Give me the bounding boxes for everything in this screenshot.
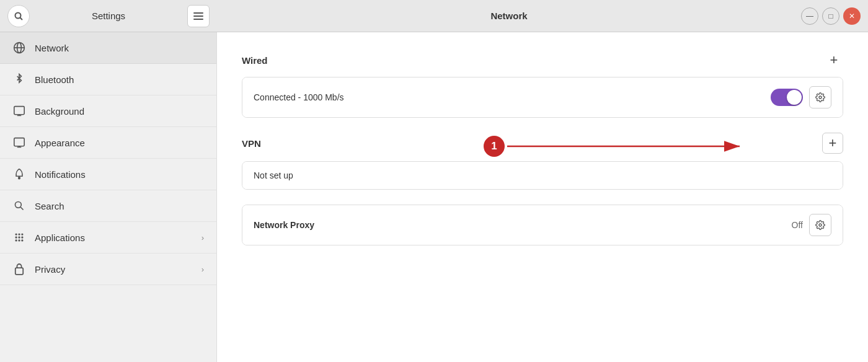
appearance-icon bbox=[12, 136, 26, 149]
proxy-section: Network Proxy Off bbox=[242, 205, 843, 245]
bluetooth-icon bbox=[12, 73, 26, 86]
vpn-title: VPN bbox=[242, 138, 261, 149]
svg-point-24 bbox=[15, 239, 17, 241]
proxy-card: Network Proxy Off bbox=[242, 205, 843, 245]
applications-chevron-icon: › bbox=[202, 233, 204, 242]
sidebar-item-applications[interactable]: Applications › bbox=[0, 222, 216, 254]
wired-title: Wired bbox=[242, 55, 268, 66]
applications-icon bbox=[12, 231, 26, 244]
svg-point-26 bbox=[21, 239, 23, 241]
svg-point-15 bbox=[19, 177, 20, 179]
svg-rect-3 bbox=[193, 15, 203, 17]
main-layout: Network Bluetooth Background bbox=[0, 32, 868, 362]
add-wired-button[interactable]: + bbox=[825, 51, 843, 69]
sidebar: Network Bluetooth Background bbox=[0, 32, 217, 362]
search-sidebar-icon bbox=[12, 199, 26, 213]
sidebar-item-notifications[interactable]: Notifications bbox=[0, 159, 216, 190]
svg-point-25 bbox=[18, 239, 20, 241]
wired-section: Wired + Connected - 1000 Mb/s bbox=[242, 51, 843, 118]
svg-point-22 bbox=[18, 236, 20, 238]
vpn-card: Not set up bbox=[242, 161, 843, 190]
svg-rect-8 bbox=[14, 107, 24, 115]
svg-rect-2 bbox=[193, 12, 203, 14]
proxy-card-row: Network Proxy Off bbox=[242, 205, 843, 245]
wired-toggle[interactable] bbox=[771, 89, 803, 106]
add-vpn-button[interactable]: + bbox=[822, 133, 843, 154]
svg-rect-27 bbox=[16, 268, 23, 275]
sidebar-item-appearance[interactable]: Appearance bbox=[0, 127, 216, 159]
maximize-button[interactable]: □ bbox=[822, 7, 839, 25]
svg-line-1 bbox=[20, 17, 23, 20]
proxy-status: Off bbox=[792, 220, 803, 230]
wired-card: Connected - 1000 Mb/s bbox=[242, 77, 843, 118]
vpn-section-header: VPN + bbox=[242, 133, 843, 154]
page-title: Network bbox=[217, 11, 801, 21]
sidebar-label-privacy: Privacy bbox=[35, 264, 193, 275]
svg-point-20 bbox=[21, 233, 23, 235]
wired-section-header: Wired + bbox=[242, 51, 843, 69]
network-icon bbox=[12, 41, 26, 55]
sidebar-label-bluetooth: Bluetooth bbox=[35, 74, 204, 85]
close-button[interactable]: ✕ bbox=[843, 7, 861, 25]
sidebar-item-network[interactable]: Network bbox=[0, 32, 216, 64]
sidebar-label-network: Network bbox=[35, 43, 204, 53]
sidebar-label-search: Search bbox=[35, 201, 204, 211]
toggle-knob bbox=[787, 90, 802, 105]
app-title: Settings bbox=[36, 11, 181, 21]
menu-button[interactable] bbox=[187, 5, 210, 27]
sidebar-item-bluetooth[interactable]: Bluetooth bbox=[0, 64, 216, 95]
sidebar-item-background[interactable]: Background bbox=[0, 95, 216, 127]
wired-card-row: Connected - 1000 Mb/s bbox=[242, 77, 843, 117]
titlebar: Settings Network — □ ✕ bbox=[0, 0, 868, 32]
privacy-chevron-icon: › bbox=[202, 265, 204, 274]
notifications-icon bbox=[12, 167, 26, 181]
sidebar-label-applications: Applications bbox=[35, 232, 193, 243]
svg-point-19 bbox=[18, 233, 20, 235]
vpn-status-label: Not set up bbox=[254, 170, 831, 180]
sidebar-label-appearance: Appearance bbox=[35, 138, 204, 148]
sidebar-label-notifications: Notifications bbox=[35, 169, 204, 180]
proxy-settings-button[interactable] bbox=[809, 214, 831, 236]
svg-rect-11 bbox=[14, 138, 24, 146]
svg-point-21 bbox=[15, 236, 17, 238]
sidebar-item-search[interactable]: Search bbox=[0, 190, 216, 222]
svg-point-28 bbox=[819, 96, 822, 99]
svg-line-17 bbox=[20, 207, 24, 210]
svg-point-0 bbox=[16, 12, 21, 18]
sidebar-item-privacy[interactable]: Privacy › bbox=[0, 254, 216, 285]
sidebar-label-background: Background bbox=[35, 106, 204, 117]
svg-point-16 bbox=[15, 201, 21, 208]
window-controls: — □ ✕ bbox=[801, 7, 868, 25]
vpn-section: 1 VPN + Not set up bbox=[242, 133, 843, 190]
wired-settings-button[interactable] bbox=[809, 86, 831, 108]
wired-status-label: Connected - 1000 Mb/s bbox=[254, 92, 771, 102]
background-icon bbox=[12, 104, 26, 118]
titlebar-left: Settings bbox=[0, 5, 217, 27]
svg-point-31 bbox=[819, 224, 822, 226]
svg-point-18 bbox=[15, 233, 17, 235]
minimize-button[interactable]: — bbox=[801, 7, 818, 25]
content-area: Wired + Connected - 1000 Mb/s bbox=[217, 32, 868, 362]
privacy-icon bbox=[12, 262, 26, 276]
vpn-card-row: Not set up bbox=[242, 162, 843, 189]
search-button[interactable] bbox=[7, 5, 30, 27]
svg-point-23 bbox=[21, 236, 23, 238]
proxy-title: Network Proxy bbox=[254, 220, 792, 230]
svg-rect-4 bbox=[193, 19, 203, 20]
